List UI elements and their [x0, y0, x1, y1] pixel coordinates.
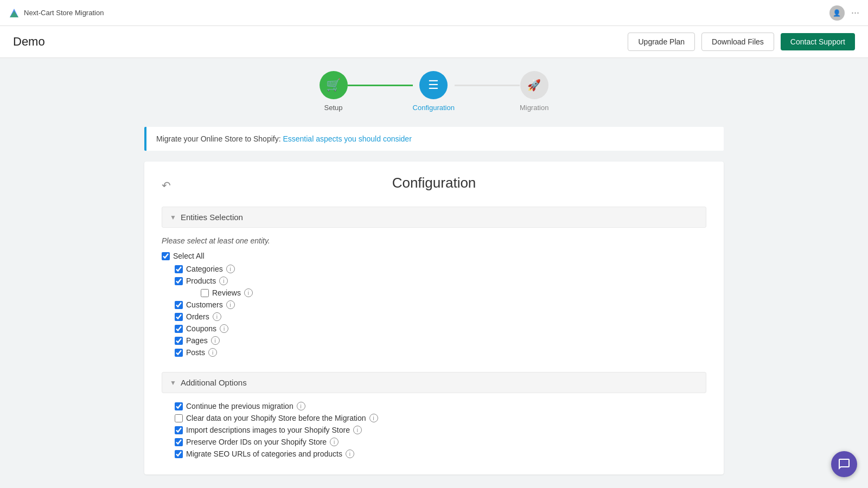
- more-options-icon[interactable]: ···: [851, 7, 859, 18]
- import-descriptions-checkbox[interactable]: [175, 426, 183, 434]
- customers-checkbox[interactable]: [175, 301, 183, 309]
- app-logo: Next-Cart Store Migration: [9, 8, 104, 18]
- posts-checkbox[interactable]: [175, 349, 183, 357]
- step-configuration-icon: ☰: [428, 78, 439, 92]
- coupons-checkbox[interactable]: [175, 325, 183, 333]
- products-info-icon[interactable]: i: [219, 277, 228, 285]
- coupons-info-icon[interactable]: i: [220, 324, 228, 333]
- categories-checkbox[interactable]: [175, 265, 183, 273]
- reviews-checkbox[interactable]: [201, 289, 209, 297]
- main-content: 🛒 Setup ☰ Configuration 🚀 Migration Migr…: [136, 58, 732, 487]
- entity-items: Categories i Products i Reviews i: [162, 265, 706, 357]
- list-item: Categories i: [175, 265, 706, 273]
- clear-data-checkbox[interactable]: [175, 414, 183, 422]
- step-configuration-circle: ☰: [419, 71, 448, 99]
- download-files-button[interactable]: Download Files: [701, 33, 774, 51]
- reviews-info-icon[interactable]: i: [244, 288, 253, 297]
- list-item: Clear data on your Shopify Store before …: [175, 414, 706, 422]
- entities-section: ▼ Entities Selection Please select at le…: [162, 207, 706, 357]
- info-banner: Migrate your Online Store to Shopify: Es…: [144, 127, 724, 151]
- posts-info-icon[interactable]: i: [208, 348, 217, 357]
- sub-entity-items: Reviews i: [175, 288, 706, 297]
- step-setup-circle: 🛒: [320, 71, 348, 99]
- entities-section-title: Entities Selection: [181, 213, 243, 222]
- preserve-order-ids-label: Preserve Order IDs on your Shopify Store: [186, 438, 327, 446]
- additional-chevron-icon: ▼: [170, 379, 176, 387]
- coupons-label: Coupons: [186, 324, 216, 333]
- pages-info-icon[interactable]: i: [211, 336, 220, 345]
- select-all-checkbox[interactable]: [162, 252, 170, 260]
- orders-label: Orders: [186, 312, 209, 321]
- step-connector-2: [455, 85, 520, 86]
- step-migration-icon: 🚀: [527, 79, 541, 92]
- step-configuration: ☰ Configuration: [413, 71, 455, 112]
- import-descriptions-info-icon[interactable]: i: [353, 426, 362, 434]
- svg-marker-1: [10, 11, 18, 17]
- chat-bubble[interactable]: [831, 451, 857, 477]
- categories-label: Categories: [186, 265, 223, 273]
- migrate-seo-checkbox[interactable]: [175, 450, 183, 458]
- info-banner-link[interactable]: Essential aspects you should consider: [283, 134, 411, 143]
- list-item: Products i: [175, 277, 706, 285]
- top-bar: Next-Cart Store Migration 👤 ···: [0, 0, 868, 26]
- config-title: Configuration: [162, 175, 706, 191]
- pages-checkbox[interactable]: [175, 337, 183, 345]
- customers-info-icon[interactable]: i: [226, 300, 235, 309]
- app-logo-icon: [9, 8, 20, 18]
- step-migration: 🚀 Migration: [520, 71, 548, 112]
- step-connector-1: [348, 85, 413, 86]
- orders-checkbox[interactable]: [175, 313, 183, 321]
- additional-items: Continue the previous migration i Clear …: [162, 402, 706, 458]
- config-card: ↶ Configuration ▼ Entities Selection Ple…: [144, 162, 724, 474]
- list-item: Orders i: [175, 312, 706, 321]
- list-item: Reviews i: [201, 288, 706, 297]
- additional-section-header: ▼ Additional Options: [162, 372, 706, 393]
- continue-previous-label: Continue the previous migration: [186, 402, 293, 410]
- step-setup-icon: 🛒: [326, 78, 341, 92]
- preserve-order-ids-checkbox[interactable]: [175, 438, 183, 446]
- categories-info-icon[interactable]: i: [226, 265, 235, 273]
- clear-data-label: Clear data on your Shopify Store before …: [186, 414, 366, 422]
- list-item: Posts i: [175, 348, 706, 357]
- list-item: Preserve Order IDs on your Shopify Store…: [175, 438, 706, 446]
- step-setup: 🛒 Setup: [320, 71, 348, 112]
- step-migration-circle: 🚀: [520, 71, 548, 99]
- app-title: Next-Cart Store Migration: [24, 9, 104, 17]
- continue-previous-info-icon[interactable]: i: [297, 402, 305, 410]
- chat-icon: [838, 458, 851, 471]
- products-checkbox[interactable]: [175, 277, 183, 285]
- select-all-label[interactable]: Select All: [173, 252, 205, 260]
- list-item: Migrate SEO URLs of categories and produ…: [175, 450, 706, 458]
- entities-instruction: Please select at least one entity.: [162, 236, 706, 245]
- step-migration-label: Migration: [520, 104, 548, 112]
- additional-section: ▼ Additional Options Continue the previo…: [162, 372, 706, 458]
- header-actions: Upgrade Plan Download Files Contact Supp…: [628, 33, 855, 51]
- entities-chevron-icon: ▼: [170, 214, 176, 221]
- list-item: Import descriptions images to your Shopi…: [175, 426, 706, 434]
- migrate-seo-info-icon[interactable]: i: [346, 450, 354, 458]
- upgrade-plan-button[interactable]: Upgrade Plan: [628, 33, 695, 51]
- list-item: Continue the previous migration i: [175, 402, 706, 410]
- step-setup-label: Setup: [324, 104, 343, 112]
- continue-previous-checkbox[interactable]: [175, 402, 183, 410]
- posts-label: Posts: [186, 348, 205, 357]
- migrate-seo-label: Migrate SEO URLs of categories and produ…: [186, 450, 342, 458]
- contact-support-button[interactable]: Contact Support: [781, 33, 855, 50]
- info-banner-text: Migrate your Online Store to Shopify:: [156, 134, 281, 143]
- additional-section-title: Additional Options: [181, 378, 247, 387]
- customers-label: Customers: [186, 300, 223, 309]
- clear-data-info-icon[interactable]: i: [369, 414, 378, 422]
- preserve-order-ids-info-icon[interactable]: i: [330, 438, 339, 446]
- select-all-row: Select All: [162, 252, 706, 260]
- list-item: Customers i: [175, 300, 706, 309]
- reviews-label: Reviews: [212, 288, 241, 297]
- import-descriptions-label: Import descriptions images to your Shopi…: [186, 426, 350, 434]
- back-button[interactable]: ↶: [162, 179, 171, 192]
- products-label: Products: [186, 277, 216, 285]
- user-avatar[interactable]: 👤: [829, 5, 845, 21]
- stepper: 🛒 Setup ☰ Configuration 🚀 Migration: [144, 71, 724, 112]
- step-configuration-label: Configuration: [413, 104, 455, 112]
- page-header: Demo Upgrade Plan Download Files Contact…: [0, 26, 868, 58]
- orders-info-icon[interactable]: i: [213, 312, 221, 321]
- entities-section-header: ▼ Entities Selection: [162, 207, 706, 228]
